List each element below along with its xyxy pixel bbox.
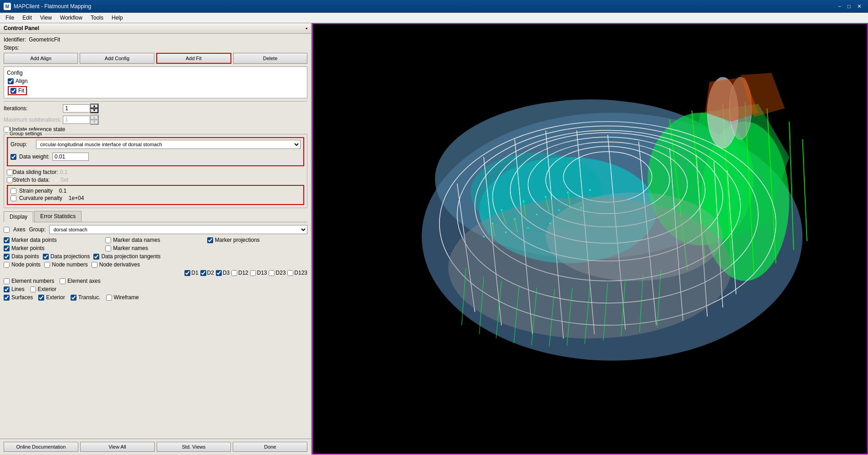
max-subiterations-down[interactable]: ▼ — [90, 120, 98, 124]
data-points-checkbox[interactable] — [4, 254, 10, 260]
d2-checkbox[interactable] — [200, 270, 206, 276]
menu-help[interactable]: Help — [108, 14, 127, 22]
d23-checkbox[interactable] — [269, 270, 275, 276]
iterations-up[interactable]: ▲ — [90, 104, 98, 108]
set-checkbox[interactable] — [53, 177, 59, 183]
std-views-button[interactable]: Std. Views — [157, 442, 231, 452]
max-subiterations-up[interactable]: ▲ — [90, 115, 98, 120]
add-fit-button[interactable]: Add Fit — [156, 53, 231, 64]
d123-item: D123 — [287, 270, 307, 276]
strain-penalty-checkbox[interactable] — [10, 188, 16, 194]
node-numbers-checkbox[interactable] — [44, 262, 50, 268]
lines-exterior-checkbox[interactable] — [30, 286, 36, 292]
lines-checkbox[interactable] — [4, 286, 10, 292]
d13-checkbox[interactable] — [250, 270, 256, 276]
stretch-to-data-row: Stretch to data: Set — [7, 177, 304, 183]
svg-point-48 — [505, 231, 507, 233]
curvature-penalty-checkbox[interactable] — [10, 195, 16, 201]
strain-penalty-label: Strain penalty — [19, 188, 52, 194]
node-derivatives-checkbox[interactable] — [92, 262, 97, 268]
marker-projections-checkbox[interactable] — [207, 237, 213, 243]
viewport[interactable] — [312, 23, 868, 455]
surfaces-checkbox[interactable] — [4, 295, 10, 301]
menu-edit[interactable]: Edit — [19, 14, 36, 22]
add-align-button[interactable]: Add Align — [4, 53, 78, 64]
svg-point-41 — [589, 189, 591, 191]
display-section: Axes Group: dorsal stomach All Marker da… — [4, 225, 307, 301]
data-weight-checkbox[interactable] — [10, 154, 16, 160]
group-settings: Group settings Group: circular-longitudi… — [4, 134, 307, 208]
data-sliding-checkbox[interactable] — [7, 169, 13, 175]
data-sliding-value: 0.1 — [60, 169, 67, 175]
close-button[interactable]: ✕ — [854, 2, 864, 10]
marker-points-checkbox[interactable] — [4, 245, 10, 251]
lines-item: Lines — [4, 286, 25, 292]
max-subiterations-input[interactable] — [63, 116, 90, 124]
element-axes-item: Element axes — [60, 278, 101, 284]
tab-display[interactable]: Display — [4, 211, 33, 222]
surfaces-row: Surfaces Exterior Transluc. Wireframe — [4, 294, 307, 301]
data-projection-tangents-checkbox[interactable] — [93, 254, 99, 260]
iterations-input[interactable] — [63, 104, 90, 112]
d123-checkbox[interactable] — [287, 270, 293, 276]
delete-button[interactable]: Delete — [233, 53, 307, 64]
d1-label: D1 — [191, 270, 198, 276]
d12-checkbox[interactable] — [231, 270, 237, 276]
data-weight-input[interactable] — [52, 153, 89, 161]
axes-checkbox[interactable] — [4, 227, 10, 233]
done-button[interactable]: Done — [233, 442, 307, 452]
restore-icon[interactable]: ▪ — [306, 25, 307, 31]
data-weight-label: Data weight: — [19, 153, 50, 160]
d3-checkbox[interactable] — [216, 270, 222, 276]
surfaces-transluc-label: Transluc. — [78, 294, 101, 301]
data-projection-tangents-label: Data projection tangents — [101, 253, 160, 260]
viewport-3d — [313, 24, 867, 454]
element-row: Element numbers Element axes — [4, 278, 307, 284]
marker-data-names-checkbox[interactable] — [105, 237, 111, 243]
minimize-button[interactable]: − — [835, 2, 844, 10]
data-sliding-row: Data sliding factor: 0.1 — [7, 169, 304, 175]
menu-workflow[interactable]: Workflow — [56, 14, 86, 22]
marker-names-label: Marker names — [113, 245, 148, 251]
tab-error-statistics[interactable]: Error Statistics — [34, 211, 82, 222]
node-derivatives-item: Node derivatives — [92, 261, 140, 268]
strain-penalty-row: Strain penalty 0.1 — [10, 188, 301, 194]
curvature-penalty-row: Curvature penalty 1e+04 — [10, 195, 301, 201]
axes-group-select[interactable]: dorsal stomach All — [49, 225, 307, 234]
surfaces-exterior-item: Exterior — [38, 294, 65, 301]
data-projection-tangents-item: Data projection tangents — [93, 253, 160, 260]
curvature-penalty-value: 1e+04 — [69, 195, 84, 201]
marker-data-names-label: Marker data names — [113, 237, 160, 243]
wireframe-item: Wireframe — [106, 294, 139, 301]
stretch-to-data-checkbox[interactable] — [7, 177, 13, 183]
wireframe-checkbox[interactable] — [106, 295, 112, 301]
surfaces-transluc-checkbox[interactable] — [71, 295, 77, 301]
node-points-label: Node points — [11, 261, 41, 268]
menu-tools[interactable]: Tools — [87, 14, 107, 22]
data-projections-checkbox[interactable] — [43, 254, 49, 260]
node-points-checkbox[interactable] — [4, 262, 10, 268]
iterations-down[interactable]: ▼ — [90, 108, 98, 113]
fit-checkbox[interactable] — [10, 88, 16, 94]
surfaces-exterior-checkbox[interactable] — [38, 295, 44, 301]
align-checkbox[interactable] — [8, 78, 14, 84]
bottom-buttons: Online Documentation View All Std. Views… — [0, 439, 311, 455]
maximize-button[interactable]: □ — [845, 2, 853, 10]
data-projections-item: Data projections — [43, 253, 90, 260]
data-projections-label: Data projections — [51, 253, 90, 260]
element-axes-checkbox[interactable] — [60, 278, 66, 284]
svg-point-45 — [558, 209, 560, 211]
menu-file[interactable]: File — [2, 14, 18, 22]
element-numbers-checkbox[interactable] — [4, 278, 10, 284]
model-svg — [313, 24, 867, 454]
d1-checkbox[interactable] — [184, 270, 190, 276]
group-select[interactable]: circular-longitudinal muscle interface o… — [36, 140, 301, 149]
panel-content[interactable]: Identifier: GeometricFit Steps: Add Alig… — [0, 34, 311, 439]
marker-data-points-checkbox[interactable] — [4, 237, 10, 243]
marker-names-checkbox[interactable] — [105, 245, 111, 251]
menu-view[interactable]: View — [36, 14, 56, 22]
lines-row: Lines Exterior — [4, 286, 307, 292]
add-config-button[interactable]: Add Config — [80, 53, 154, 64]
view-all-button[interactable]: View All — [80, 442, 155, 452]
online-docs-button[interactable]: Online Documentation — [4, 442, 78, 452]
